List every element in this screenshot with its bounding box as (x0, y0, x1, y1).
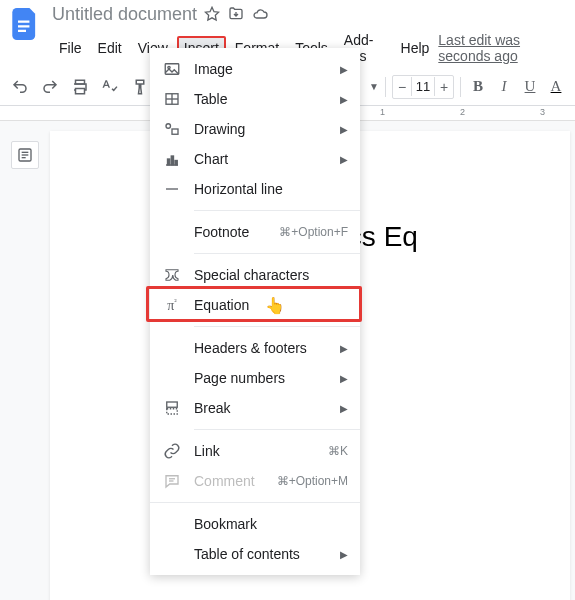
docs-logo[interactable] (8, 6, 44, 42)
menu-item-label: Bookmark (194, 516, 348, 532)
menu-item-label: Table of contents (194, 546, 340, 562)
menu-help[interactable]: Help (394, 36, 437, 60)
menu-separator (194, 429, 360, 430)
menu-separator (150, 502, 360, 503)
insert-menu-dropdown: Image▶Table▶Drawing▶Chart▶Horizontal lin… (150, 48, 360, 575)
svg-rect-17 (175, 161, 177, 166)
svg-rect-19 (167, 402, 178, 407)
menu-item-label: Comment (194, 473, 277, 489)
comment-icon (162, 471, 182, 491)
svg-rect-20 (167, 409, 178, 414)
menu-item-comment: Comment⌘+Option+M (150, 466, 360, 496)
ruler-mark: 1 (380, 107, 385, 117)
toolbar-separator (460, 77, 461, 97)
svg-rect-13 (172, 129, 178, 134)
hr-icon (162, 179, 182, 199)
underline-button[interactable]: U (519, 76, 541, 98)
menu-separator (194, 326, 360, 327)
menu-separator (194, 253, 360, 254)
table-icon (162, 89, 182, 109)
menu-item-page-numbers[interactable]: Page numbers▶ (150, 363, 360, 393)
menu-item-drawing[interactable]: Drawing▶ (150, 114, 360, 144)
menu-item-bookmark[interactable]: Bookmark (150, 509, 360, 539)
submenu-arrow-icon: ▶ (340, 549, 348, 560)
break-icon (162, 398, 182, 418)
document-outline-button[interactable] (11, 141, 39, 169)
menu-separator (194, 210, 360, 211)
menu-item-chart[interactable]: Chart▶ (150, 144, 360, 174)
none-icon (162, 514, 182, 534)
omega-icon (162, 265, 182, 285)
submenu-arrow-icon: ▶ (340, 154, 348, 165)
image-icon (162, 59, 182, 79)
menu-item-label: Page numbers (194, 370, 340, 386)
menu-item-label: Footnote (194, 224, 279, 240)
menu-item-footnote[interactable]: Footnote⌘+Option+F (150, 217, 360, 247)
none-icon (162, 222, 182, 242)
svg-rect-15 (168, 159, 170, 165)
none-icon (162, 544, 182, 564)
svg-rect-2 (76, 88, 85, 93)
menu-item-label: Special characters (194, 267, 348, 283)
submenu-arrow-icon: ▶ (340, 403, 348, 414)
star-icon[interactable] (203, 5, 221, 23)
undo-button[interactable] (8, 75, 32, 99)
paint-format-button[interactable] (128, 75, 152, 99)
menu-item-label: Table (194, 91, 340, 107)
menu-item-label: Headers & footers (194, 340, 340, 356)
svg-rect-16 (171, 156, 173, 165)
pi-icon: π² (162, 295, 182, 315)
menu-item-link[interactable]: Link⌘K (150, 436, 360, 466)
cloud-status-icon[interactable] (251, 5, 269, 23)
submenu-arrow-icon: ▶ (340, 64, 348, 75)
redo-button[interactable] (38, 75, 62, 99)
submenu-arrow-icon: ▶ (340, 343, 348, 354)
document-title[interactable]: Untitled document (52, 4, 197, 25)
menu-edit[interactable]: Edit (91, 36, 129, 60)
link-icon (162, 441, 182, 461)
none-icon (162, 338, 182, 358)
print-button[interactable] (68, 75, 92, 99)
bold-button[interactable]: B (467, 76, 489, 98)
svg-marker-0 (205, 7, 218, 20)
menu-item-special-characters[interactable]: Special characters (150, 260, 360, 290)
menu-file[interactable]: File (52, 36, 89, 60)
submenu-arrow-icon: ▶ (340, 94, 348, 105)
menu-item-table[interactable]: Table▶ (150, 84, 360, 114)
menu-item-label: Horizontal line (194, 181, 348, 197)
drawing-icon (162, 119, 182, 139)
spellcheck-button[interactable] (98, 75, 122, 99)
submenu-arrow-icon: ▶ (340, 124, 348, 135)
font-size-decrease[interactable]: − (393, 79, 411, 95)
toolbar-separator (385, 77, 386, 97)
menu-item-label: Drawing (194, 121, 340, 137)
menu-shortcut: ⌘+Option+F (279, 225, 348, 239)
text-color-button[interactable]: A (545, 76, 567, 98)
menu-item-image[interactable]: Image▶ (150, 54, 360, 84)
styles-dropdown-arrow[interactable]: ▼ (369, 81, 379, 92)
none-icon (162, 368, 182, 388)
menu-item-headers-footers[interactable]: Headers & footers▶ (150, 333, 360, 363)
menu-shortcut: ⌘+Option+M (277, 474, 348, 488)
ruler-mark: 3 (540, 107, 545, 117)
italic-button[interactable]: I (493, 76, 515, 98)
ruler-mark: 2 (460, 107, 465, 117)
submenu-arrow-icon: ▶ (340, 373, 348, 384)
svg-point-12 (166, 124, 171, 129)
font-size-control: − 11 + (392, 75, 454, 99)
font-size-increase[interactable]: + (435, 79, 453, 95)
move-icon[interactable] (227, 5, 245, 23)
menu-item-label: Link (194, 443, 328, 459)
menu-item-equation[interactable]: π²Equation (150, 290, 360, 320)
menu-item-label: Image (194, 61, 340, 77)
last-edit-link[interactable]: Last edit was seconds ago (438, 32, 567, 64)
menu-item-horizontal-line[interactable]: Horizontal line (150, 174, 360, 204)
menu-shortcut: ⌘K (328, 444, 348, 458)
chart-icon (162, 149, 182, 169)
menu-item-table-of-contents[interactable]: Table of contents▶ (150, 539, 360, 569)
font-size-value[interactable]: 11 (411, 77, 435, 96)
menu-item-label: Chart (194, 151, 340, 167)
menu-item-label: Equation (194, 297, 348, 313)
menu-item-label: Break (194, 400, 340, 416)
menu-item-break[interactable]: Break▶ (150, 393, 360, 423)
